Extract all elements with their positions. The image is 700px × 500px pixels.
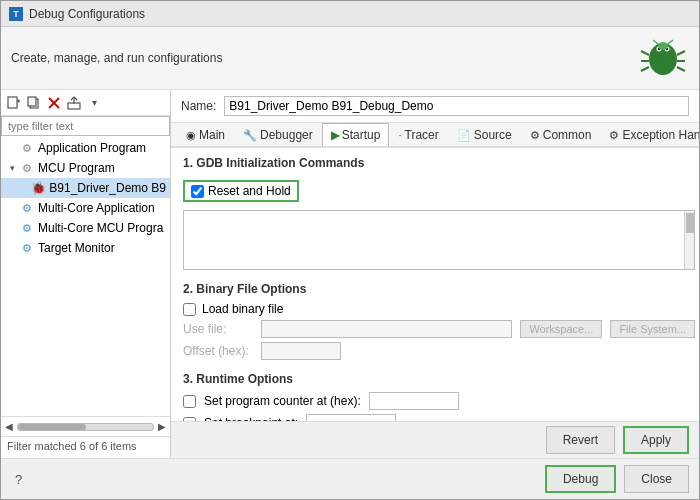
filesystem-btn: File System... — [610, 320, 695, 338]
tab-exception-label: Exception Handling — [622, 128, 699, 142]
tree-item-label: B91_Driver_Demo B9 — [49, 181, 166, 195]
load-binary-label: Load binary file — [202, 302, 283, 316]
debug-btn[interactable]: Debug — [545, 465, 616, 493]
use-file-row: Use file: Workspace... File System... — [183, 320, 695, 338]
tracer-tab-icon: · — [398, 129, 401, 141]
use-file-input — [261, 320, 512, 338]
main-content: ▾ ⚙ Application Program ▾ ⚙ MCU Program — [1, 90, 699, 458]
left-toolbar: ▾ — [1, 90, 170, 116]
offset-row: Offset (hex): — [183, 342, 695, 360]
debug-configurations-dialog: T Debug Configurations Create, manage, a… — [0, 0, 700, 500]
gdb-section: 1. GDB Initialization Commands Reset and… — [183, 156, 695, 270]
tab-common-label: Common — [543, 128, 592, 142]
duplicate-btn[interactable] — [25, 94, 43, 112]
runtime-section-title: 3. Runtime Options — [183, 372, 695, 386]
workspace-btn: Workspace... — [520, 320, 602, 338]
reset-hold-label: Reset and Hold — [208, 184, 291, 198]
source-tab-icon: 📄 — [457, 129, 471, 142]
left-panel: ▾ ⚙ Application Program ▾ ⚙ MCU Program — [1, 90, 171, 458]
scroll-right-btn[interactable]: ▶ — [158, 421, 166, 432]
gear-icon: ⚙ — [19, 160, 35, 176]
svg-rect-19 — [28, 97, 36, 106]
svg-line-6 — [641, 51, 649, 55]
bug-decoration — [639, 33, 689, 83]
tab-startup[interactable]: ▶ Startup — [322, 123, 390, 148]
tree-item-target-monitor[interactable]: ⚙ Target Monitor — [1, 238, 170, 258]
tree-arrow-expand: ▾ — [5, 163, 19, 173]
right-panel: Name: ◉ Main 🔧 Debugger ▶ Startup · — [171, 90, 699, 458]
revert-apply-buttons: Revert Apply — [546, 426, 689, 454]
tab-main[interactable]: ◉ Main — [177, 123, 234, 146]
tree-spacer — [5, 183, 18, 193]
tree-item-label: MCU Program — [38, 161, 115, 175]
svg-line-9 — [677, 51, 685, 55]
multi-icon: ⚙ — [19, 220, 35, 236]
tree-item-application-program[interactable]: ⚙ Application Program — [1, 138, 170, 158]
tree-item-label: Multi-Core Application — [38, 201, 155, 215]
config-name-row: Name: — [171, 90, 699, 123]
tab-source-label: Source — [474, 128, 512, 142]
set-counter-input[interactable] — [369, 392, 459, 410]
gdb-commands-textarea[interactable] — [183, 210, 695, 270]
apply-btn[interactable]: Apply — [623, 426, 689, 454]
window-title: Debug Configurations — [29, 7, 145, 21]
tree-item-label: Application Program — [38, 141, 146, 155]
name-input[interactable] — [224, 96, 689, 116]
monitor-icon: ⚙ — [19, 240, 35, 256]
tab-tracer-label: Tracer — [405, 128, 439, 142]
set-breakpoint-input[interactable] — [306, 414, 396, 421]
tree-item-label: Target Monitor — [38, 241, 115, 255]
gdb-scrollbar — [684, 211, 694, 269]
tab-source[interactable]: 📄 Source — [448, 123, 521, 146]
delete-btn[interactable] — [45, 94, 63, 112]
revert-btn[interactable]: Revert — [546, 426, 615, 454]
load-binary-checkbox[interactable] — [183, 303, 196, 316]
tree-item-b91-driver[interactable]: 🐞 B91_Driver_Demo B9 — [1, 178, 170, 198]
panel-inner: 1. GDB Initialization Commands Reset and… — [171, 148, 699, 421]
svg-rect-15 — [8, 97, 17, 108]
load-binary-row: Load binary file — [183, 302, 695, 316]
svg-point-12 — [658, 42, 668, 50]
gdb-section-title: 1. GDB Initialization Commands — [183, 156, 695, 170]
new-config-btn[interactable] — [5, 94, 23, 112]
export-btn[interactable] — [65, 94, 83, 112]
tab-debugger[interactable]: 🔧 Debugger — [234, 123, 322, 146]
bug-icon: 🐞 — [31, 180, 46, 196]
title-bar: T Debug Configurations — [1, 1, 699, 27]
tree-item-multi-core-mcu[interactable]: ⚙ Multi-Core MCU Progra — [1, 218, 170, 238]
tree-item-multi-core-app[interactable]: ⚙ Multi-Core Application — [1, 198, 170, 218]
set-breakpoint-checkbox[interactable] — [183, 417, 196, 422]
reset-hold-checkbox[interactable] — [191, 185, 204, 198]
dialog-subtitle: Create, manage, and run configurations — [11, 51, 222, 65]
main-tab-icon: ◉ — [186, 129, 196, 142]
debugger-tab-icon: 🔧 — [243, 129, 257, 142]
binary-section-title: 2. Binary File Options — [183, 282, 695, 296]
scroll-controls: ◀ ▶ — [1, 416, 170, 436]
offset-input — [261, 342, 341, 360]
tab-tracer[interactable]: · Tracer — [389, 123, 447, 146]
scroll-left-btn[interactable]: ◀ — [5, 421, 13, 432]
tab-debugger-label: Debugger — [260, 128, 313, 142]
multi-icon: ⚙ — [19, 200, 35, 216]
revert-apply-row: Revert Apply — [171, 421, 699, 458]
tab-common[interactable]: ⚙ Common — [521, 123, 601, 146]
startup-tab-icon: ▶ — [331, 129, 339, 142]
more-btn[interactable]: ▾ — [85, 94, 103, 112]
svg-line-11 — [677, 67, 685, 71]
binary-section: 2. Binary File Options Load binary file … — [183, 282, 695, 360]
filter-input[interactable] — [1, 116, 170, 136]
set-counter-checkbox[interactable] — [183, 395, 196, 408]
bottom-buttons-bar: ? Debug Close — [1, 458, 699, 499]
reset-hold-box: Reset and Hold — [183, 180, 299, 202]
common-tab-icon: ⚙ — [530, 129, 540, 142]
close-btn[interactable]: Close — [624, 465, 689, 493]
tree-item-mcu-program[interactable]: ▾ ⚙ MCU Program — [1, 158, 170, 178]
tabs-bar: ◉ Main 🔧 Debugger ▶ Startup · Tracer 📄 — [171, 123, 699, 148]
filter-status: Filter matched 6 of 6 items — [1, 436, 170, 458]
config-tree: ⚙ Application Program ▾ ⚙ MCU Program 🐞 … — [1, 136, 170, 416]
tab-startup-label: Startup — [342, 128, 381, 142]
tab-exception[interactable]: ⚙ Exception Handling — [600, 123, 699, 146]
dialog-header: Create, manage, and run configurations — [1, 27, 699, 90]
help-btn[interactable]: ? — [11, 472, 22, 487]
tab-main-label: Main — [199, 128, 225, 142]
